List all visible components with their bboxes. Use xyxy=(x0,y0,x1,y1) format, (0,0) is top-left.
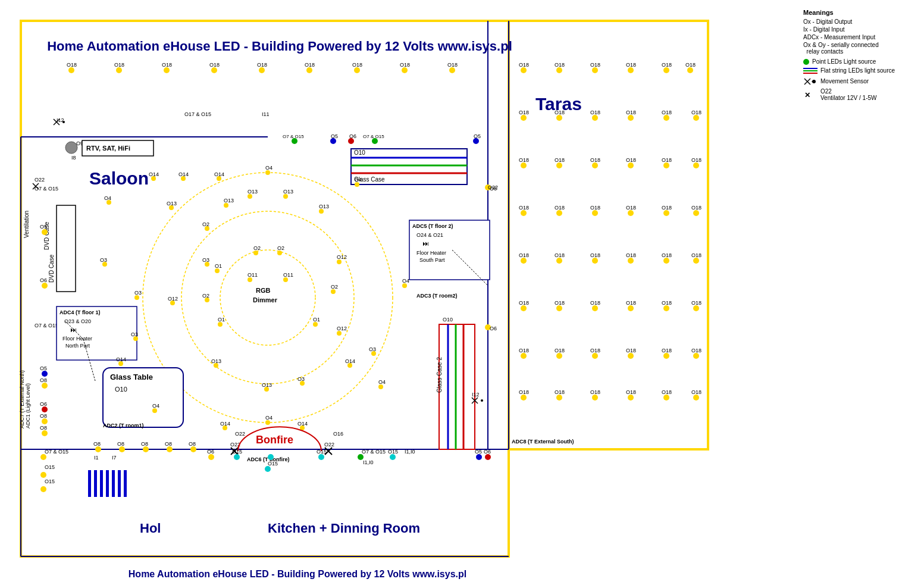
svg-point-192 xyxy=(693,115,699,121)
svg-text:O17 & O15: O17 & O15 xyxy=(184,111,211,117)
svg-point-165 xyxy=(133,336,138,341)
svg-text:O18: O18 xyxy=(519,205,529,211)
svg-point-283 xyxy=(95,446,101,452)
svg-text:O18: O18 xyxy=(626,157,636,163)
svg-text:O22: O22 xyxy=(324,442,334,448)
svg-point-352 xyxy=(812,80,816,83)
svg-point-35 xyxy=(259,67,265,73)
svg-point-152 xyxy=(215,268,220,273)
svg-point-50 xyxy=(62,121,65,123)
svg-point-169 xyxy=(214,363,218,368)
svg-text:I7: I7 xyxy=(112,455,117,461)
svg-point-60 xyxy=(42,283,48,289)
svg-text:O10: O10 xyxy=(354,149,365,156)
svg-point-242 xyxy=(521,353,527,359)
svg-point-285 xyxy=(119,446,125,452)
svg-text:O4: O4 xyxy=(402,278,409,284)
svg-text:O18: O18 xyxy=(662,62,672,68)
svg-point-31 xyxy=(164,67,170,73)
svg-point-43 xyxy=(449,67,455,73)
svg-rect-315 xyxy=(100,470,103,497)
svg-text:O22: O22 xyxy=(488,184,498,190)
svg-text:O8: O8 xyxy=(40,377,47,383)
legend-oy: Ox & Oy - serially connected relay conta… xyxy=(803,42,919,55)
svg-text:O8: O8 xyxy=(40,425,47,431)
legend-ventilator: ✕ O22Ventilator 12V / 1-5W xyxy=(803,88,919,101)
svg-text:O6: O6 xyxy=(40,401,47,407)
svg-text:O12: O12 xyxy=(337,326,347,331)
svg-text:O1: O1 xyxy=(215,263,222,269)
svg-text:O13: O13 xyxy=(319,204,329,209)
svg-point-307 xyxy=(42,430,48,436)
svg-point-161 xyxy=(169,205,174,210)
svg-text:O18: O18 xyxy=(626,300,636,306)
svg-text:O5: O5 xyxy=(474,133,481,139)
svg-text:ADC1 (Light Level): ADC1 (Light Level) xyxy=(25,383,31,428)
svg-point-204 xyxy=(693,162,699,168)
svg-point-120 xyxy=(265,420,270,425)
svg-point-337 xyxy=(476,454,482,460)
svg-text:O6: O6 xyxy=(349,133,356,139)
svg-text:O23 & O20: O23 & O20 xyxy=(64,318,91,324)
svg-text:O4: O4 xyxy=(152,403,159,409)
svg-text:O18: O18 xyxy=(352,62,362,68)
svg-point-186 xyxy=(592,115,598,121)
svg-text:O22: O22 xyxy=(235,431,245,437)
svg-text:O16: O16 xyxy=(333,431,343,437)
svg-text:O18: O18 xyxy=(662,252,672,258)
svg-text:O8: O8 xyxy=(117,441,124,447)
svg-point-218 xyxy=(521,258,527,264)
svg-point-258 xyxy=(592,395,598,401)
svg-point-216 xyxy=(693,210,699,216)
svg-text:O2: O2 xyxy=(202,221,209,227)
svg-point-212 xyxy=(628,210,634,216)
svg-point-222 xyxy=(592,258,598,264)
svg-text:O2: O2 xyxy=(331,284,338,290)
svg-point-312 xyxy=(40,486,46,492)
svg-point-339 xyxy=(485,454,491,460)
legend-flat-led: Flat string LEDs light source xyxy=(803,67,919,74)
svg-text:O3: O3 xyxy=(202,257,209,263)
svg-text:O3: O3 xyxy=(297,376,305,382)
svg-rect-318 xyxy=(118,470,121,497)
svg-point-126 xyxy=(224,203,228,208)
svg-point-105 xyxy=(181,176,186,181)
svg-point-333 xyxy=(318,454,324,460)
svg-text:O7 & O15: O7 & O15 xyxy=(283,134,304,139)
svg-text:O15: O15 xyxy=(45,464,55,470)
svg-text:Floor Heater: Floor Heater xyxy=(416,250,446,256)
svg-text:O18: O18 xyxy=(662,300,672,306)
svg-text:O18: O18 xyxy=(519,252,529,258)
svg-text:O18: O18 xyxy=(447,62,458,68)
svg-point-159 xyxy=(205,226,209,231)
svg-point-167 xyxy=(118,361,123,366)
svg-text:O6: O6 xyxy=(484,449,491,455)
svg-point-236 xyxy=(628,305,634,311)
svg-text:O18: O18 xyxy=(691,110,701,115)
svg-text:O18: O18 xyxy=(691,389,701,395)
svg-point-294 xyxy=(40,454,46,460)
svg-text:O18: O18 xyxy=(691,157,701,163)
svg-text:O18: O18 xyxy=(590,300,600,306)
svg-point-228 xyxy=(693,258,699,264)
svg-text:O5: O5 xyxy=(475,449,482,455)
svg-point-118 xyxy=(378,384,383,389)
svg-point-198 xyxy=(592,162,598,168)
svg-point-51 xyxy=(65,142,77,154)
svg-text:South Part: South Part xyxy=(419,257,445,263)
svg-point-128 xyxy=(248,194,252,199)
svg-text:O5: O5 xyxy=(40,365,47,371)
svg-rect-317 xyxy=(112,470,115,497)
svg-point-250 xyxy=(663,353,669,359)
svg-point-184 xyxy=(556,115,562,121)
svg-point-136 xyxy=(337,259,342,264)
svg-text:O7 & O15: O7 & O15 xyxy=(363,134,384,139)
svg-text:O18: O18 xyxy=(519,157,529,163)
svg-text:O18: O18 xyxy=(590,62,600,68)
svg-point-107 xyxy=(217,176,221,181)
svg-point-262 xyxy=(663,395,669,401)
svg-text:O18: O18 xyxy=(519,110,529,115)
svg-point-109 xyxy=(107,200,111,205)
svg-point-182 xyxy=(521,115,527,121)
svg-point-132 xyxy=(319,209,324,214)
